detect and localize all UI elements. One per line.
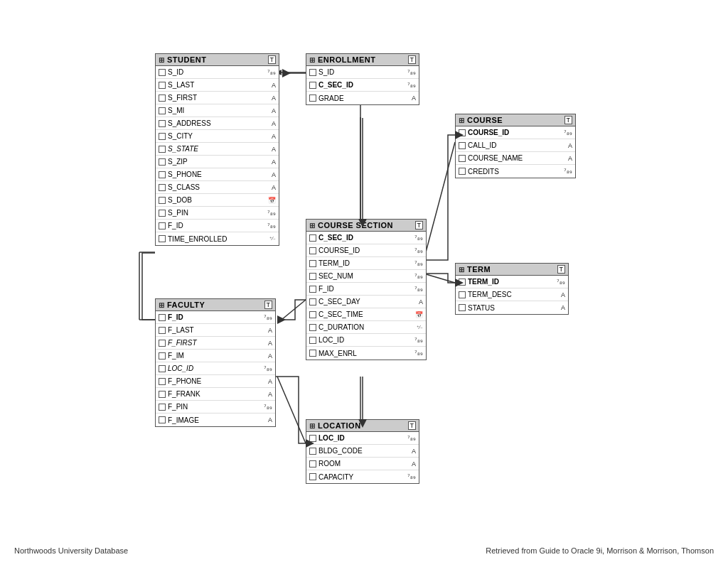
table-row: BLDG_CODE A xyxy=(306,445,419,458)
field-type: ⁷₈₉ xyxy=(407,69,416,76)
table-row: GRADE A xyxy=(306,92,419,104)
table-row: TERM_DESC A xyxy=(456,288,568,301)
svg-line-5 xyxy=(424,274,455,283)
footer-left: Northwoods University Database xyxy=(14,546,128,555)
field-name: S_PHONE xyxy=(168,171,202,178)
table-row: MAX_ENRL ⁷₈₉ xyxy=(306,347,426,360)
table-row: F_IM A xyxy=(156,350,275,362)
field-checkbox xyxy=(159,210,166,217)
table-row: TERM_ID ⁷₈₉ xyxy=(306,257,426,270)
field-checkbox xyxy=(159,235,166,242)
field-checkbox xyxy=(459,129,466,136)
table-row: CREDITS ⁷₈₉ xyxy=(456,165,575,178)
field-name: C_SEC_ID xyxy=(318,81,353,89)
field-type: ⁷₈₉ xyxy=(407,82,416,89)
table-row: S_CITY A xyxy=(156,130,279,143)
field-name: LOC_ID xyxy=(168,364,193,372)
field-type: A xyxy=(272,94,276,102)
field-type: A xyxy=(272,184,276,191)
field-name: COURSE_ID xyxy=(468,129,509,136)
table-row: S_FIRST A xyxy=(156,92,279,104)
field-type: ⁷₈₉ xyxy=(414,247,423,254)
term-grid-icon: ⊞ xyxy=(459,266,464,274)
field-type: ⁷₈₉ xyxy=(414,273,423,280)
field-name: TERM_ID xyxy=(468,278,499,286)
field-type: 📅 xyxy=(268,197,276,204)
table-row: S_DOB 📅 xyxy=(156,194,279,207)
field-type: A xyxy=(412,460,416,468)
field-name: S_CITY xyxy=(168,132,193,140)
field-name: F_IMAGE xyxy=(168,416,199,424)
course-grid-icon: ⊞ xyxy=(459,117,464,124)
field-type: ⁷₈₉ xyxy=(267,69,276,76)
enrollment-badge: T xyxy=(408,55,417,64)
course-section-badge: T xyxy=(415,221,424,229)
field-checkbox xyxy=(159,222,166,229)
field-checkbox xyxy=(309,350,316,357)
field-checkbox xyxy=(309,473,316,480)
field-checkbox xyxy=(159,94,166,102)
field-name: COURSE_ID xyxy=(318,247,360,254)
field-type: A xyxy=(561,304,565,311)
field-type: A xyxy=(272,171,276,178)
table-row: COURSE_ID ⁷₈₉ xyxy=(306,244,426,257)
svg-line-4 xyxy=(424,142,455,260)
field-name: CALL_ID xyxy=(468,141,497,149)
field-name: LOC_ID xyxy=(318,434,345,442)
student-table: ⊞ STUDENT T S_ID ⁷₈₉ S_LAST A S_FIRST A … xyxy=(155,53,279,246)
table-row: S_CLASS A xyxy=(156,181,279,194)
field-type: A xyxy=(272,146,276,153)
course-section-table: ⊞ COURSE SECTION T C_SEC_ID ⁷₈₉ COURSE_I… xyxy=(306,219,427,360)
field-checkbox xyxy=(159,146,166,153)
field-type: ⁷₈₉ xyxy=(564,168,572,175)
table-row: F_PHONE A xyxy=(156,375,275,388)
field-checkbox xyxy=(309,260,316,267)
table-row: C_SEC_ID ⁷₈₉ xyxy=(306,79,419,92)
table-row: ROOM A xyxy=(306,458,419,470)
term-title: TERM xyxy=(467,265,491,274)
field-checkbox xyxy=(309,324,316,331)
location-table: ⊞ LOCATION T LOC_ID ⁷₈₉ BLDG_CODE A ROOM… xyxy=(306,419,419,484)
field-checkbox xyxy=(459,142,466,149)
field-name: STATUS xyxy=(468,304,495,312)
table-row: COURSE_ID ⁷₈₉ xyxy=(456,126,575,139)
field-type: ⁷₈₉ xyxy=(267,222,276,229)
table-row: TERM_ID ⁷₈₉ xyxy=(456,276,568,288)
field-name: S_DOB xyxy=(168,196,192,204)
field-checkbox xyxy=(309,94,316,102)
field-checkbox xyxy=(459,168,466,175)
field-name: F_IM xyxy=(168,352,184,360)
field-name: F_LAST xyxy=(168,326,194,334)
field-checkbox xyxy=(309,337,316,344)
field-name: SEC_NUM xyxy=(318,272,353,280)
table-row: S_LAST A xyxy=(156,79,279,92)
table-row: C_DURATION ⁺∕₋ xyxy=(306,321,426,334)
table-row: F_ID ⁷₈₉ xyxy=(156,220,279,232)
field-name: S_STATE xyxy=(168,145,198,153)
field-name: CREDITS xyxy=(468,168,499,175)
table-row: LOC_ID ⁷₈₉ xyxy=(306,432,419,445)
field-name: ROOM xyxy=(318,460,341,468)
field-checkbox xyxy=(459,304,466,311)
field-type: A xyxy=(268,327,272,334)
field-name: F_ID xyxy=(318,285,334,293)
field-checkbox xyxy=(459,291,466,298)
enrollment-grid-icon: ⊞ xyxy=(309,56,315,64)
field-type: A xyxy=(272,107,276,114)
field-type: ⁺∕₋ xyxy=(269,236,276,242)
field-type: 📅 xyxy=(415,311,423,318)
field-checkbox xyxy=(309,298,316,306)
location-table-header: ⊞ LOCATION T xyxy=(306,420,419,432)
field-name: F_PIN xyxy=(168,403,188,411)
field-type: A xyxy=(272,82,276,89)
table-row: F_PIN ⁷₈₉ xyxy=(156,401,275,414)
field-name: MAX_ENRL xyxy=(318,350,357,357)
field-checkbox xyxy=(159,158,166,166)
faculty-title: FACULTY xyxy=(167,301,205,309)
field-name: S_MI xyxy=(168,107,184,114)
field-type: A xyxy=(568,142,572,149)
table-row: LOC_ID ⁷₈₉ xyxy=(156,362,275,375)
field-checkbox xyxy=(159,82,166,89)
field-checkbox xyxy=(309,460,316,468)
field-type: ⁷₈₉ xyxy=(407,435,416,442)
